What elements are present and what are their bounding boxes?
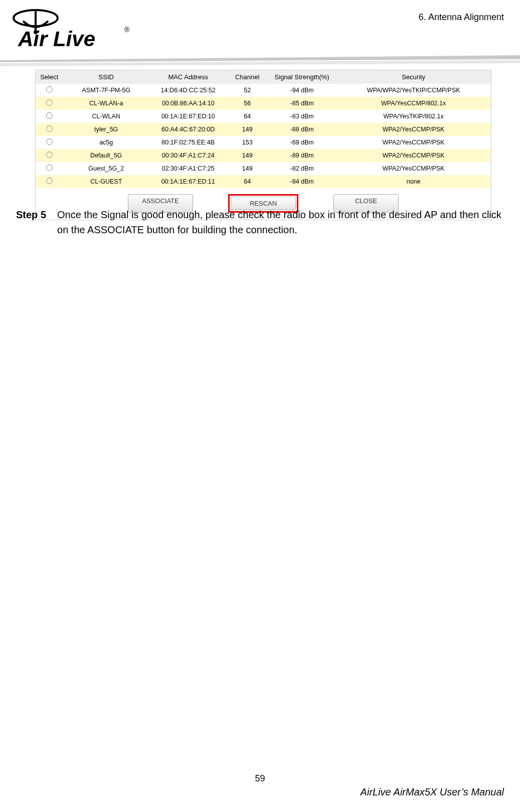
radio-icon[interactable] [46, 112, 53, 119]
cell-mac: 00:0B:86:AA:14:10 [149, 97, 227, 110]
cell-security: WPA/YesTKIP/802.1x [336, 110, 491, 123]
header-divider [0, 55, 520, 67]
cell-mac: 14:D6:4D:CC:25:52 [149, 84, 227, 97]
cell-mac: 00:1A:1E:67:ED:10 [149, 110, 227, 123]
step-5-block: Step 5 Once the Signal is good enough, p… [16, 207, 504, 237]
col-channel-header: Channel [227, 70, 268, 84]
cell-security: WPA/YesCCMP/802.1x [336, 97, 491, 110]
cell-channel: 56 [227, 97, 268, 110]
col-signal-header: Signal Strength(%) [268, 70, 336, 84]
table-row: ASMT-7F-PM-5G 14:D6:4D:CC:25:52 52 -94 d… [36, 84, 491, 97]
radio-icon[interactable] [46, 125, 53, 132]
cell-signal: -82 dBm [268, 162, 336, 175]
page-number: 59 [0, 773, 520, 784]
cell-channel: 149 [227, 149, 268, 162]
svg-text:®: ® [124, 26, 130, 34]
cell-signal: -88 dBm [268, 123, 336, 136]
cell-security: WPA2/YesCCMP/PSK [336, 162, 491, 175]
cell-security: WPA2/YesCCMP/PSK [336, 123, 491, 136]
cell-ssid: Default_5G [63, 149, 149, 162]
cell-ssid: tyler_5G [63, 123, 149, 136]
cell-signal: -69 dBm [268, 136, 336, 149]
step-label: Step 5 [16, 207, 46, 237]
table-row: tyler_5G 60:A4:4C:67:20:0D 149 -88 dBm W… [36, 123, 491, 136]
cell-mac: 00:1A:1E:67:ED:11 [149, 175, 227, 188]
table-row: Guest_5G_2 02:30:4F:A1:C7:25 149 -82 dBm… [36, 162, 491, 175]
cell-ssid: ac5g [63, 136, 149, 149]
radio-icon[interactable] [46, 151, 53, 158]
cell-mac: 02:30:4F:A1:C7:25 [149, 162, 227, 175]
radio-icon[interactable] [46, 99, 53, 106]
site-survey-panel: Select SSID MAC Address Channel Signal S… [35, 70, 491, 220]
cell-ssid: CL-WLAN-a [63, 97, 149, 110]
cell-security: WPA2/YesCCMP/PSK [336, 149, 491, 162]
col-security-header: Security [336, 70, 491, 84]
col-select-header: Select [36, 70, 63, 84]
cell-ssid: CL-GUEST [63, 175, 149, 188]
manual-page: 6. Antenna Alignment Air Live ® Select S… [0, 0, 520, 812]
cell-security: WPA/WPA2/YesTKIP/CCMP/PSK [336, 84, 491, 97]
radio-icon[interactable] [46, 86, 53, 93]
step-text: Once the Signal is good enough, please c… [57, 207, 504, 237]
table-row: CL-WLAN-a 00:0B:86:AA:14:10 56 -85 dBm W… [36, 97, 491, 110]
cell-channel: 64 [227, 175, 268, 188]
radio-icon[interactable] [46, 165, 53, 171]
cell-signal: -84 dBm [268, 175, 336, 188]
svg-text:Air Live: Air Live [18, 27, 95, 51]
cell-ssid: CL-WLAN [63, 110, 149, 123]
table-row: CL-WLAN 00:1A:1E:67:ED:10 64 -83 dBm WPA… [36, 110, 491, 123]
cell-ssid: ASMT-7F-PM-5G [63, 84, 149, 97]
manual-title-footer: AirLive AirMax5X User’s Manual [361, 786, 504, 798]
table-header-row: Select SSID MAC Address Channel Signal S… [36, 70, 491, 84]
scan-results-table: Select SSID MAC Address Channel Signal S… [36, 70, 491, 188]
cell-signal: -83 dBm [268, 110, 336, 123]
cell-security: none [336, 175, 491, 188]
table-row: CL-GUEST 00:1A:1E:67:ED:11 64 -84 dBm no… [36, 175, 491, 188]
cell-channel: 149 [227, 123, 268, 136]
cell-channel: 64 [227, 110, 268, 123]
cell-channel: 149 [227, 162, 268, 175]
cell-signal: -85 dBm [268, 97, 336, 110]
radio-icon[interactable] [46, 138, 53, 145]
cell-channel: 52 [227, 84, 268, 97]
cell-mac: 60:A4:4C:67:20:0D [149, 123, 227, 136]
col-ssid-header: SSID [63, 70, 149, 84]
col-mac-header: MAC Address [149, 70, 227, 84]
cell-signal: -94 dBm [268, 84, 336, 97]
chapter-heading: 6. Antenna Alignment [419, 12, 504, 23]
cell-security: WPA2/YesCCMP/PSK [336, 136, 491, 149]
cell-signal: -89 dBm [268, 149, 336, 162]
airlive-logo: Air Live ® [8, 3, 153, 51]
cell-ssid: Guest_5G_2 [63, 162, 149, 175]
cell-mac: 80:1F:02:75:EE:4B [149, 136, 227, 149]
table-row: Default_5G 00:30:4F:A1:C7:24 149 -89 dBm… [36, 149, 491, 162]
cell-mac: 00:30:4F:A1:C7:24 [149, 149, 227, 162]
radio-icon[interactable] [46, 178, 53, 184]
table-row: ac5g 80:1F:02:75:EE:4B 153 -69 dBm WPA2/… [36, 136, 491, 149]
cell-channel: 153 [227, 136, 268, 149]
